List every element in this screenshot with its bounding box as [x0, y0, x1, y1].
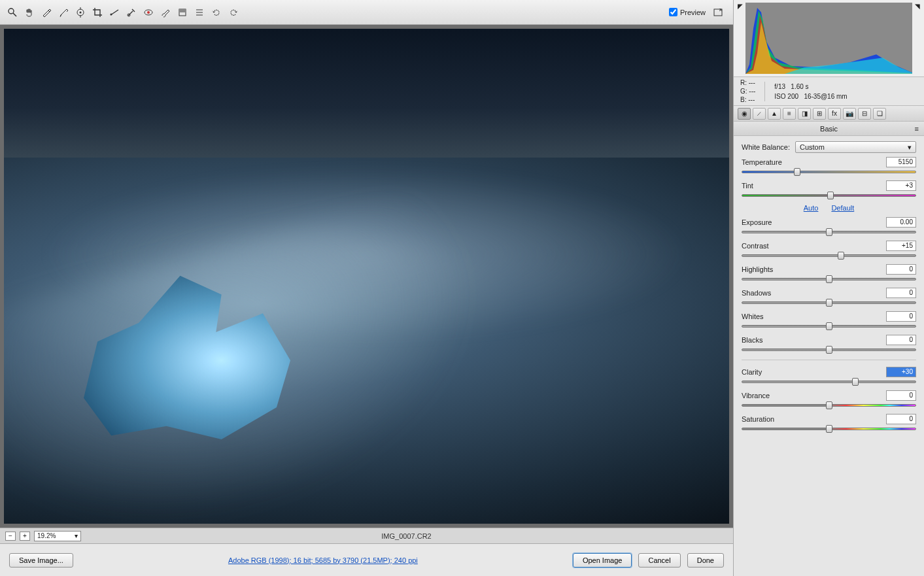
saturation-label: Saturation [742, 415, 774, 423]
image-canvas[interactable] [0, 25, 733, 528]
right-panel: ◤ ◥ R: --- G: --- B: --- f/13 [734, 0, 924, 576]
contrast-label: Contrast [742, 242, 769, 250]
open-image-button[interactable]: Open Image [573, 553, 632, 568]
targeted-adjustment-tool-icon[interactable] [73, 5, 88, 20]
zoom-out-button[interactable]: − [5, 532, 16, 541]
red-eye-tool-icon[interactable] [141, 5, 156, 20]
tab-tone-curve-icon[interactable]: ⟋ [753, 108, 766, 120]
workflow-options-link[interactable]: Adobe RGB (1998); 16 bit; 5685 by 3790 (… [228, 556, 418, 564]
white-balance-select[interactable]: Custom▾ [795, 141, 916, 153]
g-value: G: --- [740, 87, 755, 95]
color-sampler-tool-icon[interactable] [56, 5, 71, 20]
svg-point-10 [147, 11, 150, 14]
exposure-label: Exposure [742, 218, 772, 226]
preview-label: Preview [680, 8, 706, 16]
highlights-label: Highlights [742, 265, 773, 273]
tab-basic-icon[interactable]: ◉ [738, 108, 751, 120]
spot-removal-tool-icon[interactable] [124, 5, 139, 20]
saturation-value[interactable]: 0 [886, 414, 916, 424]
rotate-ccw-icon[interactable] [209, 5, 224, 20]
exposure-track[interactable] [742, 229, 916, 235]
bottom-bar: Save Image... Adobe RGB (1998); 16 bit; … [0, 543, 733, 576]
tab-detail-icon[interactable]: ▲ [768, 108, 781, 120]
panel-menu-icon[interactable]: ≡ [915, 125, 919, 133]
clarity-track[interactable] [742, 379, 916, 385]
panel-header: Basic ≡ [734, 122, 924, 136]
blacks-value[interactable]: 0 [886, 335, 916, 345]
blacks-slider: Blacks 0 [742, 335, 916, 353]
vibrance-label: Vibrance [742, 392, 770, 399]
vibrance-track[interactable] [742, 402, 916, 409]
b-value: B: --- [740, 95, 755, 104]
contrast-value[interactable]: +15 [886, 241, 916, 251]
saturation-track[interactable] [742, 426, 916, 432]
straighten-tool-icon[interactable] [107, 5, 122, 20]
svg-point-0 [9, 8, 14, 14]
save-image-button[interactable]: Save Image... [9, 553, 73, 568]
blacks-track[interactable] [742, 347, 916, 353]
highlights-track[interactable] [742, 276, 916, 282]
radial-filter-tool-icon[interactable] [192, 5, 207, 20]
shadow-clipping-icon[interactable]: ◤ [738, 3, 743, 10]
preview-checkbox[interactable]: Preview [669, 8, 706, 16]
shadows-slider: Shadows 0 [742, 288, 916, 306]
whites-track[interactable] [742, 323, 916, 330]
white-balance-label: White Balance: [742, 143, 790, 151]
temperature-label: Temperature [742, 158, 782, 166]
crop-tool-icon[interactable] [90, 5, 105, 20]
tint-track[interactable] [742, 192, 916, 199]
camera-raw-dialog: Preview − + 19.2%▾ IMG_0007.CR2 Save Ima… [0, 0, 924, 576]
auto-link[interactable]: Auto [804, 204, 819, 212]
temperature-value[interactable]: 5150 [886, 157, 916, 167]
tab-presets-icon[interactable]: ⊟ [858, 108, 871, 120]
clarity-value[interactable]: +30 [886, 367, 916, 377]
zoom-level-select[interactable]: 19.2%▾ [34, 531, 81, 541]
svg-line-1 [13, 13, 16, 16]
tint-label: Tint [742, 182, 753, 190]
shadows-value[interactable]: 0 [886, 288, 916, 298]
graduated-filter-tool-icon[interactable] [175, 5, 190, 20]
tab-lens-corrections-icon[interactable]: ⊞ [813, 108, 826, 120]
done-button[interactable]: Done [687, 553, 724, 568]
default-link[interactable]: Default [831, 204, 854, 212]
shutter-value: 1.60 s [791, 83, 808, 90]
status-bar: − + 19.2%▾ IMG_0007.CR2 [0, 528, 733, 543]
tab-hsl-icon[interactable]: ≡ [783, 108, 796, 120]
clarity-slider: Clarity +30 [742, 367, 916, 385]
histogram[interactable]: ◤ ◥ [734, 0, 924, 77]
temperature-track[interactable] [742, 169, 916, 175]
zoom-in-button[interactable]: + [20, 532, 30, 541]
rotate-cw-icon[interactable] [226, 5, 241, 20]
clarity-label: Clarity [742, 368, 762, 376]
vibrance-slider: Vibrance 0 [742, 390, 916, 409]
contrast-slider: Contrast +15 [742, 241, 916, 259]
highlights-value[interactable]: 0 [886, 264, 916, 275]
hand-tool-icon[interactable] [22, 5, 37, 20]
exposure-value[interactable]: 0.00 [886, 217, 916, 228]
vibrance-value[interactable]: 0 [886, 390, 916, 401]
contrast-track[interactable] [742, 252, 916, 259]
adjustment-brush-tool-icon[interactable] [158, 5, 173, 20]
highlight-clipping-icon[interactable]: ◥ [915, 3, 920, 10]
basic-panel: White Balance: Custom▾ Temperature 5150 … [734, 136, 924, 443]
cancel-button[interactable]: Cancel [638, 553, 680, 568]
svg-rect-12 [179, 9, 186, 12]
zoom-tool-icon[interactable] [5, 5, 20, 20]
whites-value[interactable]: 0 [886, 311, 916, 322]
temperature-slider: Temperature 5150 [742, 157, 916, 175]
tab-camera-calibration-icon[interactable]: 📷 [843, 108, 856, 120]
tab-effects-icon[interactable]: fx [828, 108, 841, 120]
aperture-value: f/13 [774, 83, 785, 90]
blacks-label: Blacks [742, 336, 762, 344]
tab-split-toning-icon[interactable]: ◨ [798, 108, 811, 120]
exposure-slider: Exposure 0.00 [742, 217, 916, 235]
filename-label: IMG_0007.CR2 [381, 532, 431, 540]
tab-snapshots-icon[interactable]: ❏ [873, 108, 886, 120]
shadows-track[interactable] [742, 299, 916, 306]
svg-point-3 [80, 11, 82, 13]
svg-point-7 [111, 13, 112, 15]
white-balance-tool-icon[interactable] [39, 5, 54, 20]
panel-tabs: ◉ ⟋ ▲ ≡ ◨ ⊞ fx 📷 ⊟ ❏ [734, 106, 924, 122]
fullscreen-toggle-icon[interactable] [711, 5, 725, 20]
tint-value[interactable]: +3 [886, 180, 916, 191]
